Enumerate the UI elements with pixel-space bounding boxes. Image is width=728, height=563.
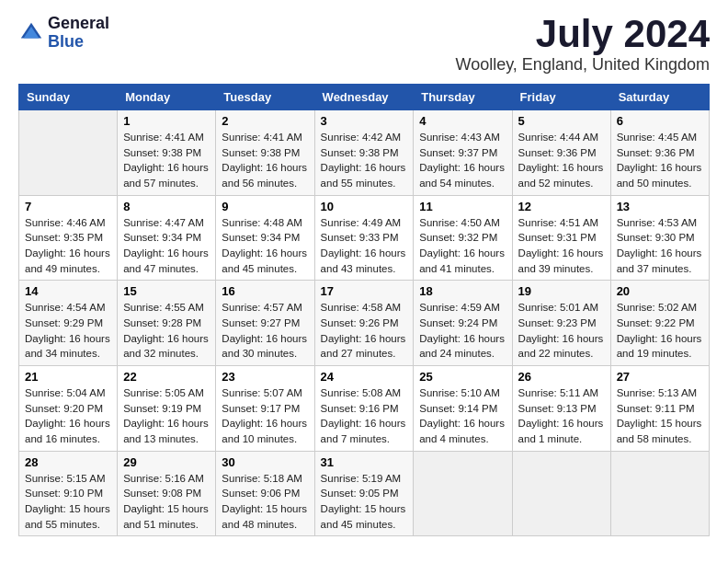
calendar-table: SundayMondayTuesdayWednesdayThursdayFrid…	[18, 84, 710, 536]
calendar-cell: 20Sunrise: 5:02 AMSunset: 9:22 PMDayligh…	[610, 281, 709, 366]
day-info: Sunrise: 5:10 AMSunset: 9:14 PMDaylight:…	[419, 385, 506, 447]
day-info: Sunrise: 5:05 AMSunset: 9:19 PMDaylight:…	[123, 385, 210, 447]
day-number: 30	[222, 455, 308, 469]
calendar-cell: 13Sunrise: 4:53 AMSunset: 9:30 PMDayligh…	[610, 195, 709, 281]
title-block: July 2024 Woolley, England, United Kingd…	[456, 15, 711, 75]
calendar-cell: 3Sunrise: 4:42 AMSunset: 9:38 PMDaylight…	[314, 110, 414, 196]
calendar-cell: 23Sunrise: 5:07 AMSunset: 9:17 PMDayligh…	[216, 366, 314, 452]
day-info: Sunrise: 5:07 AMSunset: 9:17 PMDaylight:…	[222, 385, 308, 447]
weekday-header: Thursday	[414, 85, 512, 110]
calendar-cell: 24Sunrise: 5:08 AMSunset: 9:16 PMDayligh…	[314, 366, 414, 452]
day-number: 13	[617, 200, 703, 213]
calendar-week-row: 21Sunrise: 5:04 AMSunset: 9:20 PMDayligh…	[19, 366, 710, 452]
calendar-cell: 30Sunrise: 5:18 AMSunset: 9:06 PMDayligh…	[216, 451, 314, 536]
calendar-cell: 11Sunrise: 4:50 AMSunset: 9:32 PMDayligh…	[414, 195, 512, 281]
day-number: 1	[123, 114, 210, 128]
day-number: 12	[518, 200, 605, 213]
day-number: 21	[25, 370, 111, 384]
day-number: 15	[123, 284, 210, 298]
calendar-cell: 27Sunrise: 5:13 AMSunset: 9:11 PMDayligh…	[610, 366, 709, 452]
day-number: 22	[123, 370, 210, 384]
day-number: 19	[518, 284, 605, 298]
calendar-cell: 18Sunrise: 4:59 AMSunset: 9:24 PMDayligh…	[414, 281, 512, 366]
calendar-cell	[414, 451, 512, 536]
day-number: 29	[123, 455, 210, 469]
page-header: General Blue July 2024 Woolley, England,…	[18, 15, 710, 75]
day-info: Sunrise: 5:02 AMSunset: 9:22 PMDaylight:…	[617, 300, 703, 362]
day-info: Sunrise: 5:15 AMSunset: 9:10 PMDaylight:…	[25, 471, 111, 533]
day-number: 25	[419, 370, 506, 384]
weekday-header: Monday	[118, 85, 216, 110]
day-info: Sunrise: 4:49 AMSunset: 9:33 PMDaylight:…	[321, 215, 408, 277]
day-number: 24	[321, 370, 408, 384]
day-number: 17	[321, 284, 408, 298]
day-info: Sunrise: 4:51 AMSunset: 9:31 PMDaylight:…	[518, 215, 605, 277]
weekday-header: Sunday	[19, 85, 118, 110]
day-info: Sunrise: 5:04 AMSunset: 9:20 PMDaylight:…	[25, 385, 111, 447]
day-info: Sunrise: 4:58 AMSunset: 9:26 PMDaylight:…	[321, 300, 408, 362]
calendar-week-row: 28Sunrise: 5:15 AMSunset: 9:10 PMDayligh…	[19, 451, 710, 536]
month-title: July 2024	[456, 15, 711, 53]
day-number: 16	[222, 284, 308, 298]
calendar-cell: 9Sunrise: 4:48 AMSunset: 9:34 PMDaylight…	[216, 195, 314, 281]
day-info: Sunrise: 5:18 AMSunset: 9:06 PMDaylight:…	[222, 471, 308, 533]
calendar-cell: 14Sunrise: 4:54 AMSunset: 9:29 PMDayligh…	[19, 281, 118, 366]
weekday-header: Tuesday	[216, 85, 314, 110]
day-number: 4	[419, 114, 506, 128]
calendar-cell: 15Sunrise: 4:55 AMSunset: 9:28 PMDayligh…	[118, 281, 216, 366]
day-info: Sunrise: 4:54 AMSunset: 9:29 PMDaylight:…	[25, 300, 111, 362]
calendar-cell: 16Sunrise: 4:57 AMSunset: 9:27 PMDayligh…	[216, 281, 314, 366]
logo: General Blue	[18, 15, 109, 52]
calendar-cell: 2Sunrise: 4:41 AMSunset: 9:38 PMDaylight…	[216, 110, 314, 196]
calendar-header-row: SundayMondayTuesdayWednesdayThursdayFrid…	[19, 85, 710, 110]
day-number: 23	[222, 370, 308, 384]
day-number: 2	[222, 114, 308, 128]
day-info: Sunrise: 5:19 AMSunset: 9:05 PMDaylight:…	[321, 471, 408, 533]
calendar-cell: 1Sunrise: 4:41 AMSunset: 9:38 PMDaylight…	[118, 110, 216, 196]
calendar-week-row: 14Sunrise: 4:54 AMSunset: 9:29 PMDayligh…	[19, 281, 710, 366]
day-info: Sunrise: 4:45 AMSunset: 9:36 PMDaylight:…	[617, 130, 703, 191]
weekday-header: Friday	[512, 85, 610, 110]
day-number: 11	[419, 200, 506, 213]
day-number: 5	[518, 114, 605, 128]
day-info: Sunrise: 5:16 AMSunset: 9:08 PMDaylight:…	[123, 471, 210, 533]
day-info: Sunrise: 5:11 AMSunset: 9:13 PMDaylight:…	[518, 385, 605, 447]
day-info: Sunrise: 4:43 AMSunset: 9:37 PMDaylight:…	[419, 130, 506, 191]
day-info: Sunrise: 4:55 AMSunset: 9:28 PMDaylight:…	[123, 300, 210, 362]
logo-general-text: General	[48, 15, 109, 33]
day-number: 28	[25, 455, 111, 469]
day-info: Sunrise: 4:53 AMSunset: 9:30 PMDaylight:…	[617, 215, 703, 277]
calendar-cell: 21Sunrise: 5:04 AMSunset: 9:20 PMDayligh…	[19, 366, 118, 452]
calendar-cell: 19Sunrise: 5:01 AMSunset: 9:23 PMDayligh…	[512, 281, 610, 366]
calendar-cell: 8Sunrise: 4:47 AMSunset: 9:34 PMDaylight…	[118, 195, 216, 281]
day-info: Sunrise: 4:48 AMSunset: 9:34 PMDaylight:…	[222, 215, 308, 277]
day-info: Sunrise: 4:41 AMSunset: 9:38 PMDaylight:…	[123, 130, 210, 191]
day-number: 3	[321, 114, 408, 128]
day-info: Sunrise: 4:59 AMSunset: 9:24 PMDaylight:…	[419, 300, 506, 362]
calendar-cell: 17Sunrise: 4:58 AMSunset: 9:26 PMDayligh…	[314, 281, 414, 366]
calendar-cell: 25Sunrise: 5:10 AMSunset: 9:14 PMDayligh…	[414, 366, 512, 452]
day-number: 27	[617, 370, 703, 384]
day-info: Sunrise: 4:46 AMSunset: 9:35 PMDaylight:…	[25, 215, 111, 277]
calendar-cell: 7Sunrise: 4:46 AMSunset: 9:35 PMDaylight…	[19, 195, 118, 281]
calendar-cell: 12Sunrise: 4:51 AMSunset: 9:31 PMDayligh…	[512, 195, 610, 281]
calendar-cell: 4Sunrise: 4:43 AMSunset: 9:37 PMDaylight…	[414, 110, 512, 196]
day-number: 7	[25, 200, 111, 213]
logo-blue-text: Blue	[48, 33, 109, 52]
day-info: Sunrise: 4:44 AMSunset: 9:36 PMDaylight:…	[518, 130, 605, 191]
day-number: 9	[222, 200, 308, 213]
calendar-cell: 10Sunrise: 4:49 AMSunset: 9:33 PMDayligh…	[314, 195, 414, 281]
day-info: Sunrise: 4:42 AMSunset: 9:38 PMDaylight:…	[321, 130, 408, 191]
calendar-cell	[610, 451, 709, 536]
calendar-cell: 22Sunrise: 5:05 AMSunset: 9:19 PMDayligh…	[118, 366, 216, 452]
day-number: 18	[419, 284, 506, 298]
calendar-cell: 6Sunrise: 4:45 AMSunset: 9:36 PMDaylight…	[610, 110, 709, 196]
logo-icon	[18, 20, 44, 46]
day-info: Sunrise: 4:41 AMSunset: 9:38 PMDaylight:…	[222, 130, 308, 191]
weekday-header: Wednesday	[314, 85, 414, 110]
day-number: 6	[617, 114, 703, 128]
day-info: Sunrise: 5:13 AMSunset: 9:11 PMDaylight:…	[617, 385, 703, 447]
calendar-cell	[19, 110, 118, 196]
day-number: 31	[321, 455, 408, 469]
day-number: 10	[321, 200, 408, 213]
